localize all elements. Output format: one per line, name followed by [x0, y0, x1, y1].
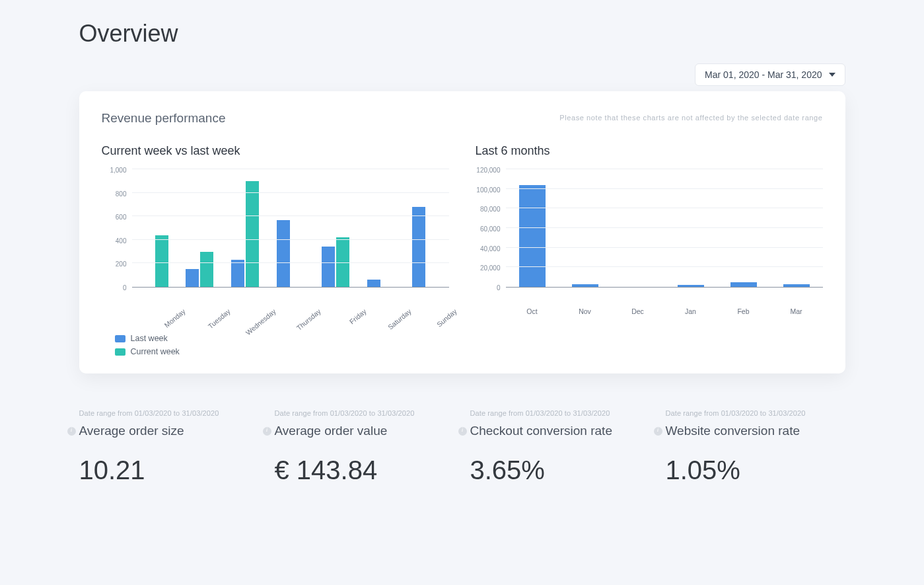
metric-label: Checkout conversion rate: [470, 424, 612, 438]
y-tick: 1,000: [110, 167, 126, 174]
chart-category: [717, 170, 770, 287]
chart-bar[interactable]: [730, 282, 757, 287]
y-tick: 800: [116, 190, 127, 197]
chart-category: [506, 170, 559, 287]
info-icon[interactable]: [67, 427, 76, 436]
metric-range: Date range from 01/03/2020 to 31/03/2020: [79, 409, 259, 417]
x-label: Dec: [612, 302, 664, 329]
x-label: Mar: [770, 302, 823, 329]
chart-bar[interactable]: [519, 185, 546, 287]
page-title: Overview: [79, 20, 845, 48]
y-tick: 400: [116, 237, 127, 244]
metric-value: 3.65%: [470, 455, 650, 485]
metric-range: Date range from 01/03/2020 to 31/03/2020: [470, 409, 650, 417]
chart-bar[interactable]: [322, 247, 335, 287]
metric-card: Date range from 01/03/2020 to 31/03/2020…: [79, 409, 259, 485]
metric-label: Average order value: [275, 424, 388, 438]
metric-range: Date range from 01/03/2020 to 31/03/2020: [666, 409, 845, 417]
chart-week-title: Current week vs last week: [102, 144, 449, 158]
y-tick: 80,000: [480, 206, 501, 213]
legend-swatch-icon: [115, 335, 125, 342]
chart-bar[interactable]: [783, 284, 810, 287]
y-tick: 40,000: [480, 245, 501, 252]
chart-bar[interactable]: [572, 284, 598, 287]
chart-bar[interactable]: [200, 252, 213, 287]
metric-value: 10.21: [79, 455, 259, 485]
date-range-picker[interactable]: Mar 01, 2020 - Mar 31, 2020: [695, 63, 845, 86]
date-range-label: Mar 01, 2020 - Mar 31, 2020: [705, 69, 822, 80]
metric-value: 1.05%: [666, 455, 845, 485]
x-label: Jan: [664, 302, 717, 329]
chart-category: [177, 170, 223, 287]
chart-bar[interactable]: [277, 220, 290, 287]
y-tick: 100,000: [476, 186, 500, 193]
weekly-chart: Current week vs last week 02004006008001…: [102, 144, 449, 356]
x-label: Feb: [717, 302, 770, 329]
chart-category: [223, 170, 268, 287]
chevron-down-icon: [829, 73, 835, 77]
metric-card: Date range from 01/03/2020 to 31/03/2020…: [275, 409, 454, 485]
y-tick: 0: [497, 284, 501, 292]
info-icon[interactable]: [654, 427, 662, 436]
chart-category: [313, 170, 359, 287]
x-label: Nov: [559, 302, 612, 329]
info-icon[interactable]: [263, 427, 271, 436]
y-tick: 600: [116, 214, 127, 221]
chart-bar[interactable]: [678, 285, 704, 287]
chart-months-title: Last 6 months: [476, 144, 823, 158]
card-title: Revenue performance: [102, 111, 226, 126]
y-tick: 200: [116, 260, 127, 268]
legend-swatch-icon: [115, 348, 125, 356]
chart-category: [404, 170, 449, 287]
chart-bar[interactable]: [155, 235, 168, 287]
metric-value: € 143.84: [275, 455, 454, 485]
months-chart: Last 6 months 020,00040,00060,00080,0001…: [476, 144, 823, 356]
legend-label: Current week: [131, 347, 180, 356]
chart-category: [664, 170, 717, 287]
chart-category: [267, 170, 313, 287]
chart-bar[interactable]: [367, 280, 380, 287]
metric-card: Date range from 01/03/2020 to 31/03/2020…: [470, 409, 650, 485]
metric-card: Date range from 01/03/2020 to 31/03/2020…: [666, 409, 845, 485]
chart-category: [770, 170, 823, 287]
legend-item-current-week: Current week: [115, 347, 449, 356]
y-tick: 120,000: [476, 167, 500, 174]
y-tick: 60,000: [480, 225, 501, 233]
metric-label: Website conversion rate: [666, 424, 800, 438]
chart-bar[interactable]: [246, 181, 259, 287]
chart-category: [612, 170, 664, 287]
card-note: Please note that these charts are not af…: [559, 111, 822, 122]
chart-bar[interactable]: [231, 260, 244, 287]
chart-bar[interactable]: [186, 269, 199, 287]
y-tick: 20,000: [480, 264, 501, 272]
chart-category: [559, 170, 612, 287]
chart-bar[interactable]: [412, 207, 425, 287]
chart-category: [132, 170, 178, 287]
info-icon[interactable]: [458, 427, 467, 436]
metric-label: Average order size: [79, 424, 184, 438]
y-tick: 0: [123, 284, 127, 292]
metric-range: Date range from 01/03/2020 to 31/03/2020: [275, 409, 454, 417]
x-label: Oct: [506, 302, 559, 329]
revenue-performance-card: Revenue performance Please note that the…: [79, 91, 845, 373]
chart-category: [358, 170, 404, 287]
